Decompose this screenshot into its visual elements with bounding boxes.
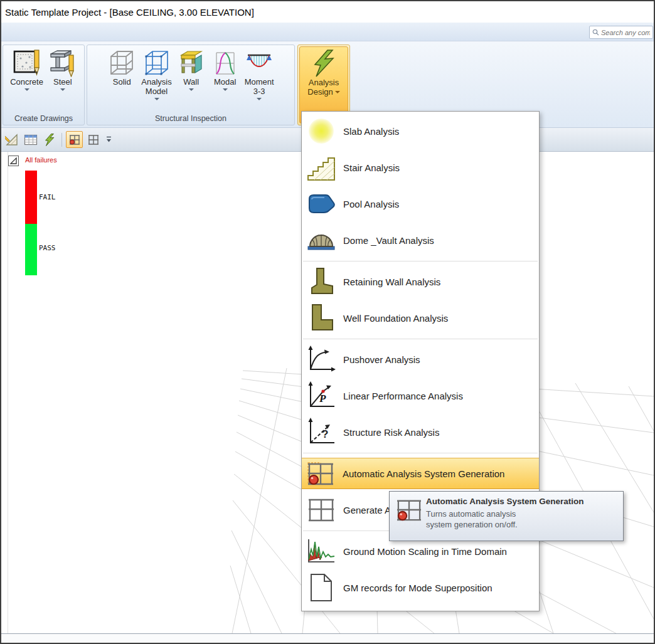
- menu-item-gm-records[interactable]: GM records for Mode Superposition: [302, 570, 539, 605]
- p-glyph: P: [319, 393, 326, 405]
- menu-item-label: Linear Performance Analysis: [343, 391, 463, 401]
- menu-item-retaining-wall-analysis[interactable]: Retaining Wall Analysis: [302, 264, 539, 299]
- pool-analysis-icon: [307, 189, 336, 218]
- moment-label-2: 3-3: [253, 87, 265, 96]
- pushover-analysis-icon: [307, 345, 336, 374]
- analysis-model-label-1: Analysis: [141, 77, 171, 87]
- analysis-model-icon: [142, 48, 171, 77]
- quick-analysis-button[interactable]: [41, 131, 58, 148]
- setsquare-icon: [5, 133, 19, 147]
- menu-item-label: Dome _Vault Analysis: [343, 235, 434, 246]
- title-bar: Static Template Project - [Base CEILING,…: [1, 1, 654, 23]
- frame-grid-icon: [87, 134, 100, 146]
- ribbon-group-structural-inspection: Solid: [87, 45, 295, 125]
- auto-analysis-frame-icon: [68, 134, 81, 146]
- concrete-icon: [13, 48, 41, 77]
- menu-item-label: Structure Risk Analysis: [343, 427, 439, 438]
- chevron-down-icon[interactable]: [257, 98, 262, 100]
- search-icon: [592, 27, 599, 38]
- chevron-down-icon[interactable]: [189, 88, 194, 91]
- modal-label: Modal: [214, 77, 236, 87]
- command-search-box[interactable]: [589, 26, 653, 39]
- window-title: Static Template Project - [Base CEILING,…: [5, 7, 254, 18]
- menu-item-stair-analysis[interactable]: Stair Analysis: [302, 150, 539, 185]
- menu-item-slab-analysis[interactable]: Slab Analysis: [302, 113, 539, 149]
- solid-label: Solid: [113, 77, 131, 87]
- menu-item-label: Automatic Analysis System Generation: [343, 468, 504, 479]
- menu-item-label: Slab Analysis: [343, 126, 399, 137]
- steel-label: Steel: [53, 77, 72, 87]
- analysis-design-label-1: Analysis: [309, 78, 339, 87]
- menu-separator: [303, 339, 538, 339]
- automatic-analysis-generation-icon: [306, 459, 335, 488]
- menu-item-label: Pushover Analysis: [343, 354, 420, 365]
- fail-color-bar: [25, 171, 37, 224]
- panel-edge-line: [8, 152, 8, 633]
- menu-item-label: Well Foundation Analysis: [343, 313, 448, 324]
- toolbar-overflow-button[interactable]: [104, 131, 114, 148]
- menu-separator: [303, 261, 538, 261]
- steel-button[interactable]: Steel: [46, 47, 79, 92]
- modal-button[interactable]: Modal: [209, 47, 242, 92]
- menu-item-label: Stair Analysis: [343, 162, 400, 173]
- menu-separator: [303, 453, 538, 453]
- collapse-arrow-icon: [9, 157, 18, 165]
- analysis-model-button[interactable]: Analysis Model: [139, 47, 173, 102]
- wall-button[interactable]: Wall: [175, 47, 208, 92]
- solid-button[interactable]: Solid: [105, 47, 138, 88]
- automatic-analysis-generation-icon: [396, 498, 422, 522]
- menu-item-pool-analysis[interactable]: Pool Analysis: [302, 186, 539, 221]
- menu-item-dome-vault-analysis[interactable]: Dome _Vault Analysis: [302, 223, 539, 258]
- chevron-down-icon[interactable]: [223, 88, 228, 91]
- toolbar-separator: [61, 133, 62, 147]
- chevron-down-icon[interactable]: [154, 98, 159, 100]
- menu-item-label: Ground Motion Scaling in Time Domain: [343, 546, 507, 557]
- menu-item-structure-risk-analysis[interactable]: ? Structure Risk Analysis: [302, 414, 539, 450]
- status-bar: [1, 633, 654, 643]
- overflow-chevron-icon: [105, 135, 112, 144]
- menu-item-well-foundation-analysis[interactable]: Well Foundation Analysis: [302, 300, 539, 335]
- slab-analysis-icon: [307, 117, 336, 145]
- concrete-label: Concrete: [10, 77, 43, 87]
- chevron-down-icon[interactable]: [60, 88, 65, 91]
- group-label-create-drawings: Create Drawings: [3, 113, 84, 125]
- question-glyph: ?: [322, 428, 328, 441]
- auto-analysis-toggle-button[interactable]: [66, 131, 83, 148]
- table-icon: [24, 134, 38, 146]
- menu-item-linear-performance-analysis[interactable]: P Linear Performance Analysis: [302, 378, 539, 413]
- moment-3-3-button[interactable]: Moment 3-3: [243, 47, 276, 102]
- wall-model-icon: [177, 48, 206, 77]
- tooltip-body-line-1: Turns automatic analysis: [426, 509, 617, 519]
- menu-item-label: GM records for Mode Superposition: [343, 583, 493, 593]
- ground-motion-scaling-icon: [307, 537, 336, 566]
- collapse-panel-button[interactable]: [8, 156, 19, 166]
- solid-model-icon: [107, 48, 136, 77]
- menu-item-pushover-analysis[interactable]: Pushover Analysis: [302, 342, 539, 377]
- setsquare-tool-button[interactable]: [3, 131, 20, 148]
- gm-records-icon: [307, 573, 336, 602]
- group-label-structural-inspection: Structural Inspection: [87, 113, 294, 125]
- tooltip: Automatic Analysis System Generation Tur…: [389, 491, 624, 541]
- linear-performance-analysis-icon: P: [307, 381, 336, 410]
- chevron-down-icon[interactable]: [24, 88, 29, 91]
- structure-risk-analysis-icon: ?: [307, 418, 336, 446]
- search-input[interactable]: [601, 29, 650, 36]
- analysis-design-label-2: Design: [307, 87, 333, 97]
- pass-color-bar: [25, 224, 37, 275]
- modal-analysis-icon: [211, 48, 240, 77]
- wall-label: Wall: [183, 77, 199, 87]
- table-tool-button[interactable]: [22, 131, 39, 148]
- chevron-down-icon[interactable]: [335, 91, 340, 93]
- dome-vault-analysis-icon: [307, 226, 336, 255]
- lightning-bolt-icon: [43, 134, 56, 146]
- analysis-model-label-2: Model: [146, 87, 168, 96]
- fail-label: FAIL: [39, 193, 56, 201]
- moment-diagram-icon: [245, 48, 274, 77]
- menu-item-automatic-analysis-system-generation[interactable]: Automatic Analysis System Generation: [302, 458, 539, 489]
- generate-model-button[interactable]: [85, 131, 102, 148]
- moment-label-1: Moment: [245, 77, 274, 87]
- app-window: Static Template Project - [Base CEILING,…: [0, 0, 655, 644]
- generate-analysis-icon: [307, 495, 336, 524]
- menu-item-label: Retaining Wall Analysis: [343, 277, 440, 287]
- concrete-button[interactable]: Concrete: [8, 47, 45, 92]
